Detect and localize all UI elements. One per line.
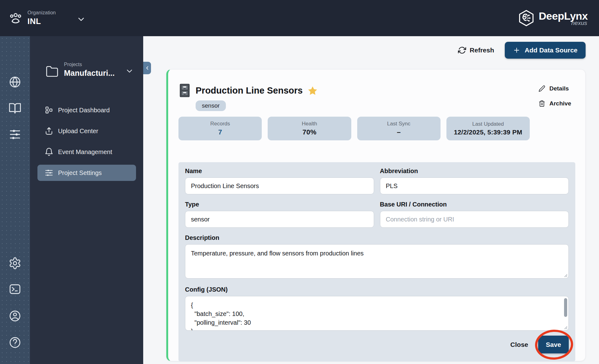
type-input[interactable] <box>185 211 374 228</box>
base-uri-field-group: Base URI / Connection <box>380 201 569 228</box>
abbreviation-input[interactable] <box>380 177 569 194</box>
config-json-textarea[interactable]: { "batch_size": 100, "polling_interval":… <box>185 296 569 331</box>
sidebar-item-project-settings[interactable]: Project Settings <box>37 165 136 181</box>
stat-records: Records 7 <box>178 117 262 140</box>
description-textarea[interactable]: Temperature, pressure, and flow sensors … <box>185 244 569 279</box>
projects-section-label: Projects <box>64 62 115 67</box>
base-uri-label: Base URI / Connection <box>380 201 569 208</box>
top-header: Organization INL DeepLynx nexus <box>0 0 599 36</box>
card-header: Production Line Sensors sensor Records <box>178 83 575 140</box>
main-content: Refresh Add Data Source <box>143 36 599 364</box>
archive-button[interactable]: Archive <box>538 100 575 107</box>
toolbar: Refresh Add Data Source <box>458 42 586 59</box>
terminal-icon[interactable] <box>8 283 22 296</box>
type-label: Type <box>185 201 374 208</box>
account-icon[interactable] <box>8 309 22 323</box>
trash-icon <box>538 100 545 107</box>
stat-value: 12/2/2025, 5:39:39 PM <box>454 129 522 136</box>
org-name: INL <box>27 17 56 26</box>
chevron-down-icon[interactable] <box>125 67 134 75</box>
description-label: Description <box>185 234 569 241</box>
sidebar-item-label: Project Dashboard <box>58 107 110 114</box>
help-icon[interactable] <box>8 336 22 349</box>
sidebar-menu: Project Dashboard Upload Center Event Ma… <box>37 102 136 186</box>
book-icon[interactable] <box>8 102 22 115</box>
stats-row: Records 7 Health 70% Last Sync – <box>178 117 530 140</box>
base-uri-input[interactable] <box>380 211 569 228</box>
brand-text: DeepLynx nexus <box>539 11 588 26</box>
stat-last-updated: Last Updated 12/2/2025, 5:39:39 PM <box>446 117 530 140</box>
stat-label: Last Updated <box>472 121 504 127</box>
chevron-left-icon <box>144 65 150 71</box>
save-button[interactable]: Save <box>538 336 569 353</box>
stat-label: Health <box>302 121 317 127</box>
tag-row: sensor <box>196 100 530 111</box>
app-root: Organization INL DeepLynx nexus <box>0 0 599 364</box>
project-switcher[interactable]: Projects Manufacturi... <box>46 62 134 78</box>
brand-subtitle: nexus <box>571 20 587 26</box>
file-cabinet-icon <box>178 83 191 98</box>
name-field-group: Name <box>185 167 374 194</box>
name-input[interactable] <box>185 177 374 194</box>
project-sidebar: Projects Manufacturi... Project Dashboar… <box>30 36 143 364</box>
abbreviation-label: Abbreviation <box>380 167 569 175</box>
org-switcher[interactable]: Organization INL <box>8 10 86 26</box>
brand-logo: DeepLynx nexus <box>518 9 588 27</box>
stat-value: 7 <box>218 128 222 136</box>
close-button[interactable]: Close <box>510 341 528 348</box>
description-field-group: Description Temperature, pressure, and f… <box>185 234 569 279</box>
refresh-label: Refresh <box>470 46 494 54</box>
org-label: Organization <box>27 10 56 16</box>
sidebar-collapse-button[interactable] <box>143 62 151 74</box>
project-switcher-text: Projects Manufacturi... <box>64 62 115 78</box>
save-button-wrap: Save <box>538 336 569 353</box>
sliders-icon[interactable] <box>8 128 22 141</box>
chevron-down-icon[interactable] <box>76 15 86 24</box>
refresh-button[interactable]: Refresh <box>458 46 494 54</box>
stat-label: Records <box>210 121 230 127</box>
organization-icon <box>8 11 23 26</box>
gear-icon[interactable] <box>8 257 22 270</box>
folder-icon <box>46 65 59 78</box>
org-text: Organization INL <box>27 10 56 26</box>
title-row: Production Line Sensors <box>178 83 530 98</box>
upload-icon <box>44 126 54 136</box>
abbreviation-field-group: Abbreviation <box>380 167 569 194</box>
pencil-icon <box>538 85 545 92</box>
sidebar-item-label: Upload Center <box>58 128 98 135</box>
data-source-title: Production Line Sensors <box>196 85 303 96</box>
card-header-left: Production Line Sensors sensor Records <box>178 83 530 140</box>
config-scrollbar-thumb[interactable] <box>564 298 567 317</box>
name-label: Name <box>185 167 374 175</box>
refresh-icon <box>458 46 466 54</box>
config-label: Config (JSON) <box>185 286 569 293</box>
sidebar-item-label: Event Management <box>58 148 112 156</box>
plus-icon <box>513 46 520 54</box>
icon-rail <box>0 36 30 364</box>
details-label: Details <box>549 85 569 92</box>
sidebar-item-project-dashboard[interactable]: Project Dashboard <box>37 102 136 118</box>
favorite-star-icon[interactable] <box>307 85 318 96</box>
sidebar-item-upload-center[interactable]: Upload Center <box>37 123 136 139</box>
stat-last-sync: Last Sync – <box>357 117 441 140</box>
globe-icon[interactable] <box>8 75 22 89</box>
type-field-group: Type <box>185 201 374 228</box>
archive-label: Archive <box>549 100 571 107</box>
dashboard-icon <box>44 105 54 115</box>
edit-form-panel: Name Abbreviation Type <box>178 162 575 362</box>
stat-health: Health 70% <box>268 117 351 140</box>
data-source-card: Production Line Sensors sensor Records <box>166 69 586 361</box>
add-data-source-button[interactable]: Add Data Source <box>505 42 586 59</box>
sliders-icon <box>44 168 54 177</box>
stat-value: – <box>397 128 401 136</box>
sidebar-item-label: Project Settings <box>58 169 102 177</box>
details-button[interactable]: Details <box>538 85 575 92</box>
config-field-group: Config (JSON) { "batch_size": 100, "poll… <box>185 286 569 331</box>
current-project-name: Manufacturi... <box>64 69 115 78</box>
sidebar-item-event-management[interactable]: Event Management <box>37 144 136 160</box>
stat-value: 70% <box>303 128 317 136</box>
stat-label: Last Sync <box>387 121 411 127</box>
bell-icon <box>44 147 54 157</box>
type-tag: sensor <box>196 100 226 111</box>
card-actions: Details Archive <box>538 83 575 107</box>
